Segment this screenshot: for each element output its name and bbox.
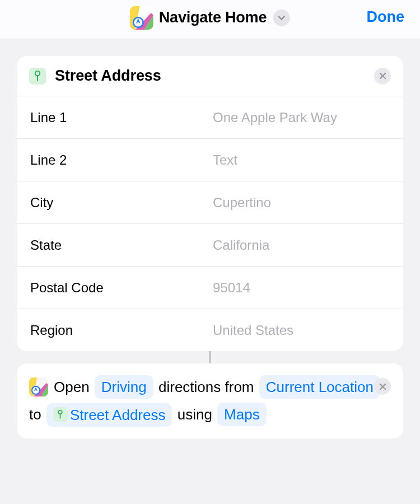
field-row-state[interactable]: State California [17,223,403,266]
header-title-group[interactable]: Navigate Home [130,6,290,30]
maps-app-icon [130,6,153,30]
header-title: Navigate Home [159,9,267,26]
content-area: Street Address Line 1 One Apple Park Way… [0,39,420,438]
field-row-postal[interactable]: Postal Code 95014 [17,266,403,309]
field-row-line2[interactable]: Line 2 Text [17,138,403,181]
field-placeholder: United States [213,323,390,338]
field-label: City [30,195,213,211]
pin-icon [53,407,68,422]
street-address-card: Street Address Line 1 One Apple Park Way… [17,56,403,351]
field-row-region[interactable]: Region United States [17,309,403,351]
field-row-city[interactable]: City Cupertino [17,181,403,223]
svg-point-10 [35,71,40,75]
action-text-segment: directions from [158,379,254,395]
card-header[interactable]: Street Address [17,56,403,96]
field-label: Postal Code [30,280,213,296]
field-label: Line 2 [30,152,213,168]
field-placeholder: Cupertino [213,195,390,211]
transport-mode-token[interactable]: Driving [95,375,153,399]
close-icon[interactable] [374,68,391,85]
from-location-token[interactable]: Current Location [259,375,380,399]
done-button[interactable]: Done [367,8,405,26]
maps-app-icon [29,377,48,396]
close-icon[interactable] [374,378,391,395]
field-label: State [30,237,213,253]
app-token[interactable]: Maps [217,403,267,426]
field-placeholder: 95014 [213,280,390,296]
open-directions-action[interactable]: Open Driving directions from Current Loc… [17,363,403,438]
action-text: Open Driving directions from Current Loc… [29,374,391,428]
action-prefix: Open [54,379,90,395]
field-placeholder: One Apple Park Way [213,110,390,125]
to-location-token[interactable]: Street Address [46,403,172,427]
header-bar: Navigate Home Done [0,0,420,39]
chevron-down-icon[interactable] [273,10,290,26]
card-title: Street Address [55,67,161,85]
field-placeholder: California [213,237,390,253]
field-label: Region [30,323,213,338]
action-connector [209,351,211,363]
action-text-segment: using [178,406,212,423]
field-label: Line 1 [30,110,213,125]
field-placeholder: Text [213,152,390,168]
field-row-line1[interactable]: Line 1 One Apple Park Way [17,96,403,138]
action-text-segment: to [29,406,41,423]
pin-icon [29,68,46,85]
